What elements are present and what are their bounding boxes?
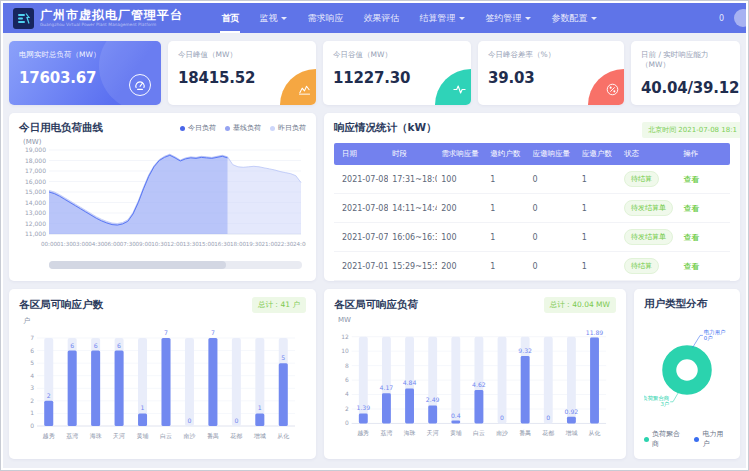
svg-text:17,000: 17,000 xyxy=(25,167,46,174)
main-nav: 首页监视需求响应效果评估结算管理签约管理参数配置 xyxy=(211,3,607,33)
donut-callout-count: 3户 xyxy=(660,401,669,407)
app-logo-icon xyxy=(13,8,34,29)
legend-label: 负荷聚合商 xyxy=(652,429,686,449)
legend-label: 电力用户 xyxy=(702,429,730,449)
legend-label: 今日负荷 xyxy=(188,123,216,133)
dashboard-content: 电网实时总负荷（MW）17603.67今日峰值（MW）18415.52今日谷值（… xyxy=(3,33,746,468)
column-header: 需求响应量 xyxy=(437,143,486,165)
district-load-title: 各区局可响应负荷 xyxy=(334,298,418,312)
bar-category-label: 荔湾 xyxy=(381,429,393,437)
legend-item[interactable]: 今日负荷 xyxy=(180,123,216,133)
svg-text:11,000: 11,000 xyxy=(25,230,46,237)
bar-category-label: 南沙 xyxy=(183,432,195,439)
legend-item[interactable]: 基线负荷 xyxy=(225,123,261,133)
table-cell: 1 xyxy=(486,252,528,281)
nav-effect-eval[interactable]: 效果评估 xyxy=(353,3,409,33)
kpi-today-peak: 今日峰值（MW）18415.52 xyxy=(168,41,316,105)
svg-text:16,000: 16,000 xyxy=(25,178,46,185)
bar-value-label: 4.84 xyxy=(403,379,417,386)
svg-text:4: 4 xyxy=(345,392,349,398)
bar-增城[interactable] xyxy=(255,413,264,426)
load-curve-chart[interactable]: 19,00018,00017,00016,00015,00014,00013,0… xyxy=(19,146,306,254)
bar-category-label: 黄埔 xyxy=(137,432,149,439)
district-users-chart[interactable]: 012345672越秀6荔湾6海珠6天河1黄埔7白云0南沙7番禺0花都1增城5从… xyxy=(19,326,301,448)
bar-白云[interactable] xyxy=(162,338,171,426)
kpi-label: 今日谷值（MW） xyxy=(333,50,461,60)
district-load-chart[interactable]: 0246810121.39越秀4.17荔湾4.84海珠2.49天河0.4黄埔4.… xyxy=(334,324,612,446)
district-users-unit: 户 xyxy=(23,316,306,326)
svg-text:15,000: 15,000 xyxy=(25,188,46,195)
nav-home[interactable]: 首页 xyxy=(211,3,249,33)
bar-天河[interactable] xyxy=(115,351,124,426)
page-title: 广州市虚拟电厂管理平台 xyxy=(40,9,201,22)
bar-黄埔[interactable] xyxy=(138,413,147,426)
beijing-time-badge: 北京时间 2021-07-08 18:1 xyxy=(642,122,740,138)
chart-zoom-slider-fill[interactable] xyxy=(49,261,226,269)
column-header: 操作 xyxy=(679,143,730,165)
bar-番禺[interactable] xyxy=(521,356,530,423)
bar-白云[interactable] xyxy=(474,390,483,423)
bar-value-label: 4.17 xyxy=(380,384,394,391)
svg-text:12:00: 12:00 xyxy=(167,241,184,247)
bar-黄埔[interactable] xyxy=(451,421,460,424)
bar-增城[interactable] xyxy=(567,417,576,424)
bar-category-label: 越秀 xyxy=(357,429,369,437)
kpi-response-capacity: 日前 / 实时响应能力（MW）40.04/39.12 xyxy=(631,41,740,105)
svg-text:24:00: 24:00 xyxy=(293,241,306,247)
user-type-donut-chart[interactable]: 电力用户0户负荷聚合商3户 xyxy=(644,318,730,422)
view-link[interactable]: 查看 xyxy=(683,175,699,184)
bar-海珠[interactable] xyxy=(91,351,100,426)
bar-天河[interactable] xyxy=(428,405,437,423)
nav-settlement[interactable]: 结算管理 xyxy=(409,3,475,33)
donut-ring[interactable] xyxy=(669,352,705,388)
column-header: 邀约户数 xyxy=(486,143,528,165)
table-cell: 查看 xyxy=(679,165,730,194)
legend-item[interactable]: 电力用户 xyxy=(694,429,730,449)
bar-荔湾[interactable] xyxy=(68,351,77,426)
bar-越秀[interactable] xyxy=(359,413,368,423)
kpi-label: 日前 / 实时响应能力（MW） xyxy=(641,50,730,70)
bar-从化[interactable] xyxy=(590,337,599,423)
bar-value-label: 1.39 xyxy=(357,404,371,411)
bar-海珠[interactable] xyxy=(405,388,414,423)
view-link[interactable]: 查看 xyxy=(683,233,699,242)
legend-item[interactable]: 昨日负荷 xyxy=(270,123,306,133)
bar-category-label: 天河 xyxy=(113,432,125,439)
bar-track xyxy=(185,338,194,426)
chevron-down-icon xyxy=(281,17,287,23)
avatar[interactable] xyxy=(734,9,749,27)
svg-text:22:30: 22:30 xyxy=(277,241,294,247)
view-link[interactable]: 查看 xyxy=(683,262,699,271)
app-window: 广州市虚拟电厂管理平台 Guangzhou Virtual Power Plan… xyxy=(0,0,749,471)
bar-番禺[interactable] xyxy=(208,338,217,426)
bar-value-label: 0 xyxy=(234,417,238,424)
svg-text:6: 6 xyxy=(30,347,34,354)
table-cell: 1 xyxy=(486,223,528,252)
nav-label: 参数配置 xyxy=(551,12,587,25)
table-row: 2021-07-0817:31~18:01100101待结算查看 xyxy=(334,165,730,194)
bar-value-label: 1 xyxy=(141,404,145,411)
nav-params[interactable]: 参数配置 xyxy=(541,3,607,33)
svg-text:19,000: 19,000 xyxy=(25,146,46,153)
nav-contract[interactable]: 签约管理 xyxy=(475,3,541,33)
bar-category-label: 海珠 xyxy=(90,432,102,439)
bar-category-label: 白云 xyxy=(473,430,485,436)
kpi-label: 今日峰值（MW） xyxy=(178,50,306,60)
bar-track xyxy=(255,338,264,426)
legend-item[interactable]: 负荷聚合商 xyxy=(644,429,686,449)
bar-value-label: 0 xyxy=(187,417,191,424)
svg-text:00:00: 00:00 xyxy=(41,241,58,247)
bar-从化[interactable] xyxy=(279,363,288,426)
table-cell: 200 xyxy=(437,252,486,281)
nav-demand-response[interactable]: 需求响应 xyxy=(297,3,353,33)
view-link[interactable]: 查看 xyxy=(683,204,699,213)
nav-monitor[interactable]: 监视 xyxy=(249,3,297,33)
table-cell: 待结算 xyxy=(620,165,679,194)
bar-荔湾[interactable] xyxy=(382,393,391,423)
bar-越秀[interactable] xyxy=(44,401,53,426)
bar-value-label: 0.92 xyxy=(565,408,579,415)
chart-zoom-slider[interactable] xyxy=(49,261,302,269)
table-cell: 待结算 xyxy=(620,252,679,281)
notification-count[interactable]: 0 xyxy=(719,14,724,23)
percent-icon xyxy=(606,81,619,100)
